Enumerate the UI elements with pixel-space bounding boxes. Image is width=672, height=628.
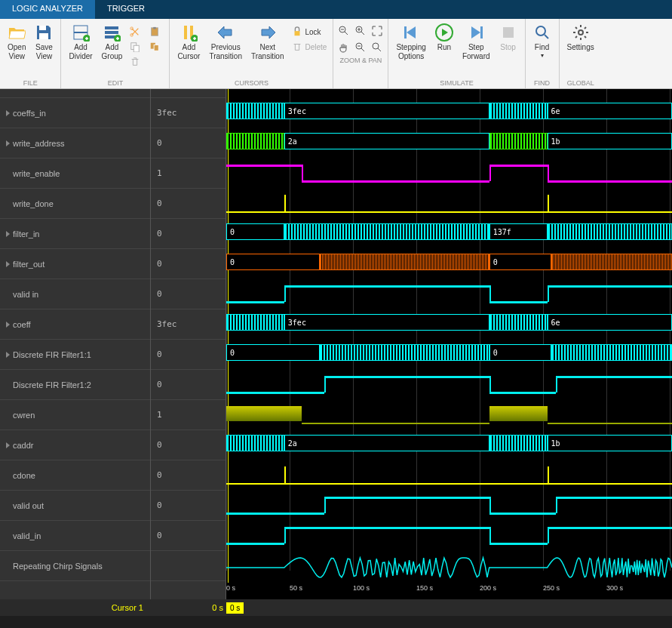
svg-rect-12 [134,45,140,52]
signal-name-row[interactable]: write_enable [0,159,150,189]
ribbon-group-label: FILE [3,78,57,88]
paste-button[interactable] [146,25,166,38]
hand-icon [338,42,350,54]
time-tick: 100 s [353,584,370,592]
lock-icon [292,26,302,37]
zoom-in-icon [354,25,367,37]
stop-button[interactable]: Stop [495,22,522,54]
svg-rect-16 [155,45,159,51]
waveform-canvas[interactable]: 3fec6e2a1b0137f003fec6e002a1b 0 s50 s100… [226,89,672,599]
zoom-out-button[interactable] [353,40,368,55]
ribbon-group-label: ZOOM & PAN [336,55,385,66]
svg-rect-25 [404,26,407,38]
trash-icon [130,57,140,67]
svg-rect-20 [294,31,299,35]
prev-transition-button[interactable]: Previous Transition [204,22,247,63]
signal-name-row[interactable]: Discrete FIR Filter1:2 [0,370,150,400]
signal-name-row[interactable]: write_address [0,128,150,159]
play-icon [435,23,453,42]
signal-name-row[interactable]: cdone [0,460,150,491]
cursor-name[interactable]: Cursor 1 [0,603,151,612]
signal-name-row[interactable]: filter_out [0,249,150,279]
expand-icon[interactable] [6,231,10,237]
signal-name-row[interactable]: coeff [0,309,150,340]
stop-icon [499,23,517,42]
copy-button[interactable] [127,40,146,54]
trash-button[interactable] [127,55,146,69]
signal-name-row[interactable]: coeffs_in [0,98,150,128]
copy-icon [130,42,140,52]
ribbon-group-label: SIMULATE [391,78,521,88]
expand-icon[interactable] [6,110,10,116]
add-group-button[interactable]: Add Group [97,22,127,63]
folder-open-icon [8,23,26,42]
time-tick: 300 s [606,584,623,592]
signal-name-row[interactable]: filter_in [0,219,150,249]
svg-point-24 [373,43,379,49]
time-tick: 50 s [290,584,302,592]
next-transition-button[interactable]: Next Transition [247,22,289,63]
step-prev-icon [402,23,420,42]
search-icon [533,23,551,42]
signal-name-row[interactable]: cwren [0,400,150,430]
svg-point-29 [536,26,545,35]
open-view-button[interactable]: Open View [3,22,30,63]
svg-rect-5 [105,26,118,29]
fit-to-view-button[interactable] [370,23,385,38]
signal-names-column: coeffs_inwrite_addresswrite_enablewrite_… [0,89,151,599]
divider-icon [72,23,90,42]
lock-button[interactable]: Lock [289,25,330,38]
signal-value-row: 0 [151,279,226,309]
expand-icon[interactable] [6,352,10,358]
signal-name-row[interactable]: Discrete FIR Filter1:1 [0,340,150,370]
gear-icon [572,23,590,42]
zoom-out-time-button[interactable] [370,40,385,55]
zoom-in-button[interactable] [353,23,368,38]
signal-value-row: 0 [151,430,226,460]
paste-icon [149,26,160,37]
signal-value-row: 0 [151,128,226,159]
expand-icon[interactable] [6,140,10,146]
zoom-in-time-button[interactable] [336,23,351,38]
svg-rect-6 [105,31,118,34]
delete-cursor-button[interactable]: Delete [289,40,330,54]
step-next-icon [467,23,485,42]
tab-trigger[interactable]: TRIGGER [95,0,157,19]
signal-name-row[interactable]: Repeating Chirp Signals [0,551,150,581]
signal-name-row[interactable]: valid_in [0,521,150,551]
save-view-button[interactable]: Save View [30,22,57,63]
signal-name-row[interactable]: valid in [0,279,150,309]
zoom-in-x-icon [338,25,350,37]
signal-value-row: 0 [151,370,226,400]
time-tick: 250 s [543,584,560,592]
expand-icon[interactable] [6,322,10,328]
expand-icon[interactable] [6,442,10,448]
signal-value-row [151,551,226,581]
expand-icon[interactable] [6,261,10,267]
duplicate-icon [149,42,160,52]
ribbon-toolbar: Open View Save View FILE Add Divider Add… [0,19,672,89]
signal-name-row[interactable]: write_done [0,189,150,219]
svg-rect-28 [503,27,514,38]
stepping-options-button[interactable]: Stepping Options [391,22,430,63]
step-forward-button[interactable]: Step Forward [458,22,495,63]
signal-value-row: 3fec [151,309,226,340]
add-divider-button[interactable]: Add Divider [64,22,97,63]
pan-button[interactable] [336,40,351,55]
signal-name-row[interactable]: valid out [0,491,150,521]
cut-button[interactable] [127,25,146,38]
zoom-out-icon [354,42,367,54]
save-icon [35,23,53,42]
ribbon-group-label: GLOBAL [563,78,599,88]
duplicate-button[interactable] [146,40,166,54]
tab-logic-analyzer[interactable]: LOGIC ANALYZER [0,0,95,19]
run-button[interactable]: Run [431,22,458,54]
arrow-right-icon [259,23,277,42]
cursor-value-marker[interactable]: 0 s [226,602,244,614]
signal-value-row: 0 [151,249,226,279]
add-cursor-button[interactable]: Add Cursor [173,22,204,63]
signal-value-row: 0 [151,340,226,370]
signal-name-row[interactable]: caddr [0,430,150,460]
find-button[interactable]: Find ▾ [529,22,556,61]
settings-button[interactable]: Settings [563,22,599,54]
